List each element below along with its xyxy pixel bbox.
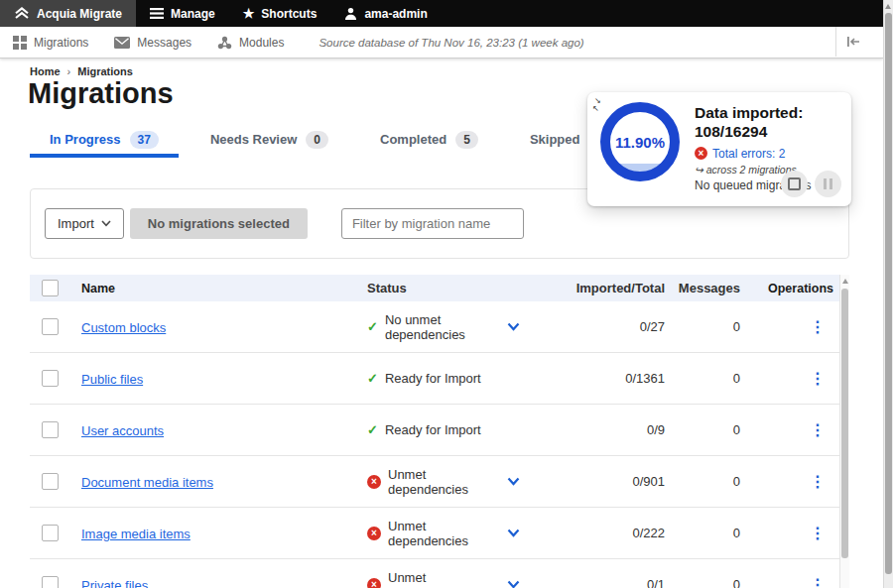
progress-percent: 11.90%	[615, 134, 665, 151]
migration-name-link[interactable]: User accounts	[81, 423, 164, 438]
expand-chevron-icon[interactable]	[507, 322, 520, 331]
across-arrow-icon: ↪	[695, 164, 706, 176]
expand-chevron-icon[interactable]	[507, 529, 520, 537]
breadcrumb: Home › Migrations	[30, 65, 133, 77]
toolbar-item-modules[interactable]: Modules	[204, 36, 297, 50]
manage-label: Manage	[171, 7, 215, 21]
table-row: Private files × Unmet dependencies 0/1 0…	[30, 559, 839, 588]
table-row: Public files ✓ Ready for Import 0/1361 0…	[30, 353, 839, 405]
messages-label: Messages	[137, 36, 191, 50]
status-text: No unmet dependencies	[385, 312, 500, 342]
select-all-checkbox[interactable]	[42, 280, 59, 296]
messages-count: 0	[665, 371, 740, 386]
table-header-row: Name Status Imported/Total Messages Oper…	[30, 275, 839, 301]
scrollbar-up-arrow-icon[interactable]	[885, 4, 891, 9]
operations-kebab-icon[interactable]: ⋮	[810, 421, 826, 438]
total-errors-label: Total errors: 2	[712, 147, 785, 161]
table-scrollbar	[839, 275, 849, 588]
data-imported-label: Data imported:	[695, 103, 843, 122]
envelope-icon	[114, 37, 130, 49]
imported-total-value: 0/9	[534, 422, 665, 437]
page-title: Migrations	[28, 77, 174, 110]
operations-kebab-icon[interactable]: ⋮	[810, 370, 826, 387]
imported-total-value: 0/1361	[534, 371, 665, 386]
chevron-down-icon	[101, 220, 111, 227]
collapse-left-icon	[846, 37, 860, 47]
table-row: User accounts ✓ Ready for Import 0/9 0 ⋮	[30, 405, 839, 456]
tab-in-progress[interactable]: In Progress 37	[30, 125, 179, 158]
messages-count: 0	[665, 422, 740, 437]
hamburger-icon	[150, 8, 164, 19]
resize-handle-icon[interactable]: ↘↖	[592, 96, 606, 114]
no-migrations-selected-button[interactable]: No migrations selected	[130, 208, 308, 239]
migration-filter-input[interactable]	[341, 208, 524, 239]
toolbar-item-messages[interactable]: Messages	[101, 36, 204, 50]
expand-chevron-icon[interactable]	[507, 580, 520, 588]
import-label: Import	[58, 216, 94, 231]
migrations-table: Name Status Imported/Total Messages Oper…	[30, 275, 839, 588]
header-status: Status	[367, 281, 534, 295]
brand-label: Acquia Migrate	[37, 7, 122, 21]
operations-kebab-icon[interactable]: ⋮	[810, 473, 826, 490]
pause-import-button[interactable]	[815, 171, 841, 197]
admin-toolbar: Acquia Migrate Manage ★ Shortcuts ama-ad…	[0, 0, 883, 27]
window-scrollbar-thumb[interactable]	[885, 13, 892, 574]
row-checkbox[interactable]	[42, 318, 59, 335]
modules-label: Modules	[239, 36, 284, 50]
username-label: ama-admin	[364, 7, 427, 21]
shortcuts-label: Shortcuts	[261, 7, 317, 21]
modules-icon	[217, 36, 232, 50]
imported-total-value: 0/1	[534, 577, 665, 588]
row-checkbox[interactable]	[42, 370, 59, 387]
stop-import-button[interactable]	[781, 171, 808, 197]
operations-kebab-icon[interactable]: ⋮	[810, 318, 826, 335]
total-errors-link[interactable]: × Total errors: 2	[695, 147, 843, 161]
acquia-logo-icon	[14, 7, 30, 20]
breadcrumb-home-link[interactable]: Home	[30, 65, 61, 77]
scrollbar-up-arrow-icon[interactable]	[842, 279, 848, 284]
table-row: Document media items × Unmet dependencie…	[30, 456, 839, 508]
table-row: Custom blocks ✓ No unmet dependencies 0/…	[30, 301, 839, 353]
tab-needs-review[interactable]: Needs Review 0	[191, 125, 348, 158]
pause-icon	[824, 178, 832, 189]
secondary-toolbar: Migrations Messages Modules Source datab…	[0, 27, 883, 59]
manage-menu[interactable]: Manage	[136, 0, 229, 27]
tab-label: Needs Review	[210, 132, 297, 147]
status-text: Unmet dependencies	[388, 467, 500, 497]
user-menu[interactable]: ama-admin	[330, 0, 441, 27]
import-dropdown-button[interactable]: Import	[45, 208, 124, 239]
data-imported-count: 108/16294	[695, 122, 843, 141]
status-text: Unmet dependencies	[388, 519, 500, 548]
row-checkbox[interactable]	[42, 525, 59, 541]
acquia-migrate-menu[interactable]: Acquia Migrate	[0, 0, 136, 27]
import-progress-card: ↘↖ 11.90% Data imported: 108/16294 × Tot…	[587, 92, 851, 206]
tab-count-badge: 5	[455, 131, 478, 149]
status-text: Ready for Import	[385, 422, 481, 437]
status-icon: ✓	[367, 371, 378, 386]
row-checkbox[interactable]	[42, 421, 59, 438]
expand-chevron-icon[interactable]	[507, 477, 520, 486]
tab-completed[interactable]: Completed 5	[360, 125, 498, 158]
header-operations: Operations	[740, 282, 839, 295]
operations-kebab-icon[interactable]: ⋮	[810, 525, 826, 541]
table-scrollbar-thumb[interactable]	[841, 289, 848, 558]
star-icon: ★	[243, 7, 255, 20]
progress-ring: 11.90%	[600, 102, 680, 181]
migration-name-link[interactable]: Private files	[81, 578, 148, 588]
row-checkbox[interactable]	[42, 576, 59, 588]
toolbar-item-migrations[interactable]: Migrations	[0, 36, 101, 50]
user-icon	[344, 7, 357, 20]
row-checkbox[interactable]	[42, 473, 59, 490]
migration-name-link[interactable]: Public files	[81, 372, 143, 387]
migration-name-link[interactable]: Document media items	[81, 475, 213, 490]
collapse-toolbar-button[interactable]	[835, 27, 870, 57]
table-row: Image media items × Unmet dependencies 0…	[30, 508, 839, 559]
shortcuts-menu[interactable]: ★ Shortcuts	[229, 0, 331, 27]
migration-name-link[interactable]: Custom blocks	[81, 320, 166, 335]
status-text: Unmet dependencies	[388, 570, 500, 588]
operations-kebab-icon[interactable]: ⋮	[810, 576, 826, 588]
imported-total-value: 0/27	[534, 319, 665, 334]
migration-name-link[interactable]: Image media items	[81, 527, 191, 541]
tab-label: Skipped	[530, 132, 580, 147]
status-icon: ×	[367, 475, 381, 489]
